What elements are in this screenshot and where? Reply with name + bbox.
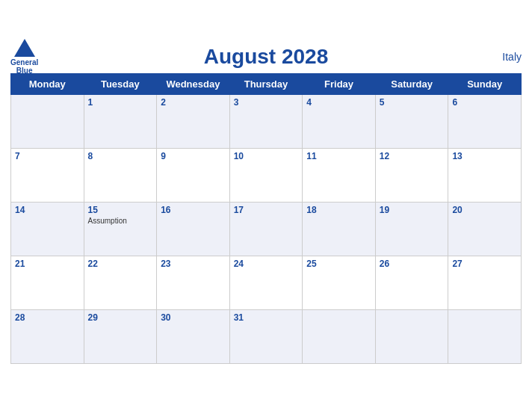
day-number: 16 [161, 205, 226, 215]
day-cell: 26 [375, 256, 448, 309]
weekday-header-row: MondayTuesdayWednesdayThursdayFridaySatu… [11, 73, 522, 94]
day-cell [375, 309, 448, 363]
day-number: 14 [15, 205, 80, 215]
day-cell: 17 [229, 202, 303, 256]
day-cell: 22 [84, 256, 157, 309]
day-cell: 5 [375, 94, 448, 148]
day-cell: 9 [157, 148, 230, 202]
day-number: 17 [234, 205, 299, 215]
day-cell: 21 [11, 256, 84, 309]
day-number: 31 [234, 312, 299, 323]
day-number: 5 [380, 97, 445, 108]
weekday-header-wednesday: Wednesday [157, 73, 230, 94]
calendar-container: General Blue August 2028 Italy MondayTue… [0, 37, 532, 374]
day-cell: 31 [229, 309, 303, 363]
day-number: 30 [161, 312, 226, 323]
day-cell: 19 [375, 202, 448, 256]
day-number: 6 [452, 97, 517, 108]
day-event: Assumption [88, 217, 153, 225]
day-cell: 16 [157, 202, 230, 256]
day-number: 9 [161, 151, 226, 161]
day-cell [303, 309, 376, 363]
day-cell: 29 [84, 309, 157, 363]
day-number: 15 [88, 205, 153, 215]
day-cell: 13 [448, 148, 522, 202]
week-row-3: 1415Assumption1617181920 [11, 202, 522, 256]
calendar-table: MondayTuesdayWednesdayThursdayFridaySatu… [10, 73, 522, 364]
day-number: 21 [15, 259, 80, 269]
day-number: 3 [234, 97, 299, 108]
calendar-title: August 2028 [204, 45, 329, 69]
day-cell: 28 [11, 309, 84, 363]
weekday-header-friday: Friday [303, 73, 376, 94]
day-number: 26 [380, 259, 445, 269]
day-number: 20 [452, 205, 517, 215]
day-cell: 18 [303, 202, 376, 256]
day-cell: 1 [84, 94, 157, 148]
logo-general: General [10, 58, 38, 67]
logo-icon [14, 39, 35, 57]
day-cell: 6 [448, 94, 522, 148]
day-cell: 3 [229, 94, 303, 148]
day-cell: 30 [157, 309, 230, 363]
day-number: 18 [306, 205, 371, 215]
day-number: 22 [88, 259, 153, 269]
weekday-header-sunday: Sunday [448, 73, 522, 94]
weekday-header-tuesday: Tuesday [84, 73, 157, 94]
day-number: 19 [380, 205, 445, 215]
day-number: 4 [306, 97, 371, 108]
day-cell [11, 94, 84, 148]
logo: General Blue [10, 39, 38, 75]
day-cell: 20 [448, 202, 522, 256]
day-cell: 11 [303, 148, 376, 202]
day-number: 27 [452, 259, 517, 269]
day-number: 25 [306, 259, 371, 269]
weekday-header-saturday: Saturday [375, 73, 448, 94]
week-row-2: 78910111213 [11, 148, 522, 202]
day-cell: 15Assumption [84, 202, 157, 256]
day-cell: 8 [84, 148, 157, 202]
day-number: 24 [234, 259, 299, 269]
day-cell: 14 [11, 202, 84, 256]
day-cell: 27 [448, 256, 522, 309]
day-number: 13 [452, 151, 517, 161]
week-row-1: 123456 [11, 94, 522, 148]
day-cell: 25 [303, 256, 376, 309]
day-number: 23 [161, 259, 226, 269]
day-number: 11 [306, 151, 371, 161]
day-number: 7 [15, 151, 80, 161]
day-number: 8 [88, 151, 153, 161]
day-number: 10 [234, 151, 299, 161]
weekday-header-monday: Monday [11, 73, 84, 94]
day-number: 12 [380, 151, 445, 161]
day-number: 28 [15, 312, 80, 323]
calendar-header: General Blue August 2028 Italy [10, 45, 522, 69]
week-row-5: 28293031 [11, 309, 522, 363]
day-cell: 2 [157, 94, 230, 148]
weekday-header-thursday: Thursday [229, 73, 303, 94]
country-label: Italy [502, 51, 522, 63]
day-cell [448, 309, 522, 363]
day-cell: 23 [157, 256, 230, 309]
day-cell: 12 [375, 148, 448, 202]
day-cell: 7 [11, 148, 84, 202]
logo-blue: Blue [16, 67, 33, 75]
day-number: 2 [161, 97, 226, 108]
day-cell: 4 [303, 94, 376, 148]
day-number: 29 [88, 312, 153, 323]
week-row-4: 21222324252627 [11, 256, 522, 309]
day-cell: 10 [229, 148, 303, 202]
day-number: 1 [88, 97, 153, 108]
day-cell: 24 [229, 256, 303, 309]
